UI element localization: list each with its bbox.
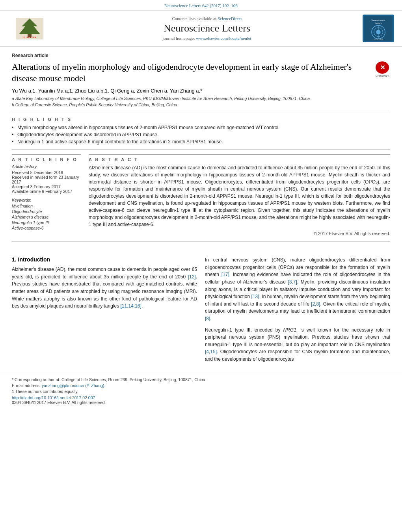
abstract-text: Alzheimer's disease (AD) is the most com… — [89, 164, 390, 228]
svg-text:Letters: Letters — [375, 22, 382, 24]
svg-text:ELSEVIER: ELSEVIER — [374, 39, 383, 41]
abstract-label: A B S T R A C T — [89, 154, 390, 162]
ref-8[interactable]: [8] — [205, 316, 210, 321]
elsevier-tree-icon: ELSEVIER — [16, 18, 43, 39]
ref-12[interactable]: [12] — [188, 274, 196, 280]
main-content: 1. Introduction Alzheimer's disease (AD)… — [0, 252, 402, 373]
article-info-column: A R T I C L E I N F O Article history: R… — [12, 154, 81, 236]
affiliation-a: a State Key Laboratory of Membrane Biolo… — [12, 96, 390, 101]
crossmark-label: CrossMark — [376, 74, 389, 77]
journal-header: ELSEVIER Contents lists available at Sci… — [0, 11, 402, 47]
crossmark[interactable]: ✕ CrossMark — [374, 61, 390, 77]
contents-line: Contents lists available at ScienceDirec… — [51, 16, 363, 21]
ref-4-15[interactable]: [4,15] — [205, 349, 217, 354]
doi-line: http://dx.doi.org/10.1016/j.neulet.2017.… — [12, 395, 390, 400]
ref-11-14-16[interactable]: [11,14,16] — [121, 303, 141, 309]
elsevier-logo: ELSEVIER — [8, 18, 51, 39]
homepage-line: journal homepage: www.elsevier.com/locat… — [51, 36, 363, 41]
sciencedirect-link[interactable]: ScienceDirect — [218, 16, 242, 21]
article-body: Research article Alterations of myelin m… — [0, 47, 402, 252]
ref-3-7[interactable]: [3,7] — [288, 279, 297, 285]
highlight-item-3: Neuregulin 1 and active-caspase-6 might … — [12, 139, 390, 145]
highlights-section: H I G H L I G H T S Myelin morphology wa… — [12, 117, 390, 145]
journal-logo-svg: Neuroscience Letters ELSEVIER — [364, 15, 393, 42]
highlights-list: Myelin morphology was altered in hippoca… — [12, 125, 390, 145]
article-history-label: Article history: — [12, 164, 81, 169]
footnote-corresponding: * Corresponding author at: College of Li… — [12, 377, 390, 382]
svg-text:Neuroscience: Neuroscience — [372, 19, 385, 21]
intro-paragraph-3: Neuregulin-1 type III, encoded by NRG1, … — [205, 326, 390, 363]
article-title: Alterations of myelin morphology and oli… — [12, 61, 374, 84]
article-info-abstract-row: A R T I C L E I N F O Article history: R… — [12, 154, 390, 236]
intro-paragraph-1: Alzheimer's disease (AD), the most commo… — [12, 266, 197, 310]
journal-name: Neuroscience Letters — [51, 22, 363, 34]
abstract-column: A B S T R A C T Alzheimer's disease (AD)… — [89, 154, 390, 236]
intro-paragraph-2: In central nervous system (CNS), mature … — [205, 256, 390, 322]
ref-17[interactable]: [17] — [221, 272, 229, 277]
accepted-date: Accepted 3 February 2017 — [12, 184, 81, 189]
article-history-group: Article history: Received 8 December 201… — [12, 164, 81, 194]
divider-1 — [12, 112, 390, 112]
highlights-title: H I G H L I G H T S — [12, 117, 390, 122]
article-type-label: Research article — [12, 53, 390, 58]
years-old-text: years old — [12, 274, 32, 280]
title-row: Alterations of myelin morphology and oli… — [12, 61, 390, 84]
copyright-line: © 2017 Elsevier B.V. All rights reserved… — [89, 231, 390, 236]
available-online-date: Available online 6 February 2017 — [12, 189, 81, 194]
svg-text:ELSEVIER: ELSEVIER — [22, 36, 37, 39]
page: Neuroscience Letters 642 (2017) 102–106 … — [0, 0, 402, 532]
highlight-item-1: Myelin morphology was altered in hippoca… — [12, 125, 390, 130]
footnote-equal-contrib: 1 These authors contributed equally. — [12, 389, 390, 394]
highlight-item-2: Oligodendrocytes development was disorde… — [12, 132, 390, 137]
keywords-label: Keywords: — [12, 198, 81, 202]
ref-2-8[interactable]: [2,8] — [311, 301, 320, 307]
affiliation-b: b College of Forensic Science, People's … — [12, 102, 390, 107]
keyword-2: Oligodendrocyte — [12, 209, 81, 214]
main-right-column: In central nervous system (CNS), mature … — [205, 256, 390, 367]
footnote-email: E-mail address: yanzhang@pku.edu.cn (Y. … — [12, 383, 390, 388]
authors-line: Yu Wu a,1, Yuanlin Ma a,1, Zhuo Liu a,b,… — [12, 88, 390, 94]
header-center: Contents lists available at ScienceDirec… — [51, 16, 363, 41]
article-info-block: Article history: Received 8 December 201… — [12, 164, 81, 230]
received-date: Received 8 December 2016 — [12, 170, 81, 175]
issn-line: 0304-3940/© 2017 Elsevier B.V. All right… — [12, 400, 390, 405]
doi-link[interactable]: http://dx.doi.org/10.1016/j.neulet.2017.… — [12, 395, 95, 400]
journal-logo-image: Neuroscience Letters ELSEVIER — [363, 15, 394, 42]
top-bar: Neuroscience Letters 642 (2017) 102–106 — [0, 0, 402, 11]
email-link[interactable]: yanzhang@pku.edu.cn (Y. Zhang). — [42, 383, 106, 388]
divider-2 — [12, 149, 390, 150]
keyword-1: Myelination — [12, 204, 81, 208]
keywords-list: Myelination Oligodendrocyte Alzheimer's … — [12, 204, 81, 230]
divider-3 — [12, 241, 390, 242]
article-info-label: A R T I C L E I N F O — [12, 154, 81, 162]
main-left-column: 1. Introduction Alzheimer's disease (AD)… — [12, 256, 197, 367]
ref-13[interactable]: [13] — [251, 294, 259, 299]
intro-heading: 1. Introduction — [12, 256, 197, 263]
journal-reference[interactable]: Neuroscience Letters 642 (2017) 102–106 — [164, 3, 238, 8]
crossmark-icon: ✕ — [376, 61, 389, 74]
received-revised-date: Received in revised form 23 January 2017 — [12, 175, 81, 184]
keywords-group: Keywords: Myelination Oligodendrocyte Al… — [12, 198, 81, 230]
keyword-3: Alzheimer's disease — [12, 215, 81, 219]
homepage-link[interactable]: www.elsevier.com/locate/neulet — [196, 36, 251, 41]
keyword-4: Neuregulin 1 type III — [12, 220, 81, 225]
footnote-area: * Corresponding author at: College of Li… — [0, 373, 402, 407]
keyword-5: Active-caspase-6 — [12, 226, 81, 230]
